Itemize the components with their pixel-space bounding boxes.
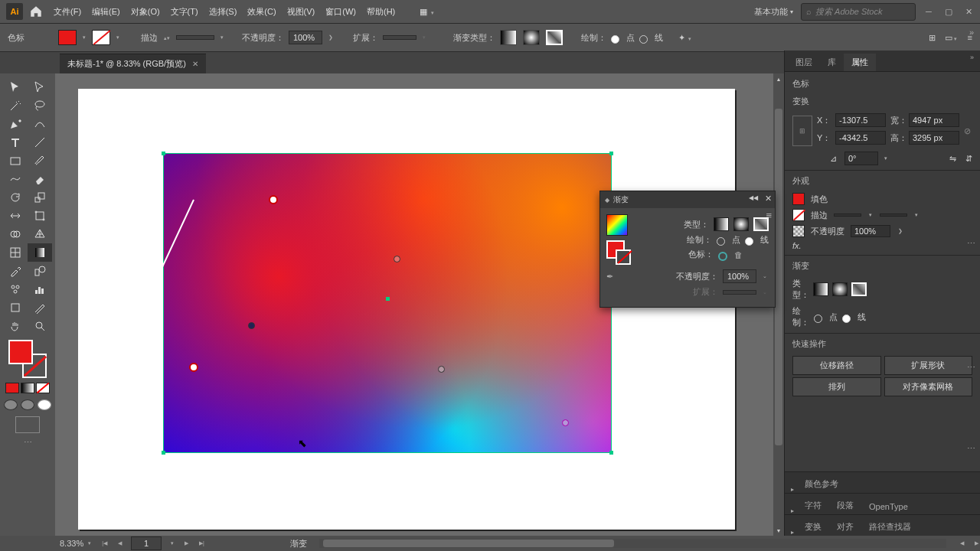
- rp-draw-line[interactable]: [842, 315, 851, 323]
- quick-expand-shape[interactable]: 扩展形状: [884, 356, 973, 375]
- menu-text[interactable]: 文字(T): [171, 6, 198, 18]
- selection-handle-br[interactable]: [609, 451, 613, 455]
- align-pixel-icon[interactable]: ⊞: [929, 33, 936, 43]
- menu-effect[interactable]: 效果(C): [247, 6, 276, 18]
- draw-normal[interactable]: [4, 399, 18, 410]
- gradient-fill-swatch[interactable]: [606, 240, 625, 259]
- tab-layers[interactable]: 图层: [788, 54, 820, 71]
- shape-builder-tool[interactable]: [3, 225, 28, 243]
- drawmode-point-radio[interactable]: [611, 35, 619, 44]
- transform-h-input[interactable]: 3295 px: [909, 131, 959, 145]
- gradient-preview[interactable]: [606, 214, 628, 236]
- flip-h-icon[interactable]: ⇋: [949, 154, 956, 164]
- tab-pathfinder[interactable]: 路径查找器: [861, 518, 919, 536]
- hand-tool[interactable]: [3, 317, 28, 335]
- tab-character[interactable]: 字符: [797, 497, 829, 514]
- fill-box[interactable]: [8, 340, 33, 364]
- tab-library[interactable]: 库: [820, 54, 844, 71]
- width-tool[interactable]: [3, 207, 28, 225]
- fp-draw-line[interactable]: [745, 237, 753, 246]
- menu-object[interactable]: 对象(O): [131, 6, 160, 18]
- home-icon[interactable]: [29, 5, 43, 18]
- fp-draw-point[interactable]: [717, 237, 725, 246]
- draw-inside[interactable]: [38, 399, 51, 410]
- zoom-level[interactable]: 8.33%: [60, 539, 83, 548]
- fill-swatch[interactable]: [58, 30, 77, 45]
- eyedropper-tool[interactable]: [3, 262, 28, 280]
- reference-point-icon[interactable]: ⊞: [792, 116, 812, 146]
- eraser-tool[interactable]: [28, 170, 52, 188]
- gradient-point-4[interactable]: [248, 322, 255, 329]
- rp-gradtype-freeform[interactable]: [851, 282, 867, 296]
- rotate-tool[interactable]: [3, 188, 28, 207]
- fx-icon[interactable]: fx.: [792, 241, 802, 250]
- recolor-icon[interactable]: ✦ ▾: [678, 33, 693, 43]
- tab-colorguide[interactable]: 颜色参考: [797, 475, 846, 493]
- gradient-stop-1[interactable]: [269, 195, 278, 204]
- appearance-opacity-swatch[interactable]: [792, 225, 805, 237]
- gradtype-freeform-button[interactable]: [546, 30, 563, 45]
- close-button[interactable]: ✕: [963, 6, 974, 17]
- menu-edit[interactable]: 编辑(E): [92, 6, 120, 18]
- gradient-panel[interactable]: ◆ 渐变 ◀◀ ✕ 类型： 绘制： 点 线 色: [599, 191, 776, 308]
- scroll-up-icon[interactable]: ▲: [773, 73, 784, 84]
- gradtype-linear-button[interactable]: [500, 30, 517, 45]
- transform-y-input[interactable]: -4342.5: [835, 131, 886, 145]
- tab-opentype[interactable]: OpenType: [861, 499, 916, 514]
- tab-transform[interactable]: 变换: [797, 518, 829, 536]
- gradient-tool[interactable]: [28, 243, 52, 262]
- color-mode-gradient[interactable]: [21, 383, 34, 393]
- hscroll-right-icon[interactable]: ▶: [975, 540, 978, 546]
- rp-gradtype-linear[interactable]: [813, 282, 828, 296]
- close-tab-icon[interactable]: ✕: [192, 60, 198, 68]
- shaper-tool[interactable]: [3, 170, 28, 188]
- minimize-button[interactable]: ─: [923, 6, 934, 17]
- symbol-tool[interactable]: [3, 280, 28, 298]
- search-stock-input[interactable]: ⌕ 搜索 Adobe Stock: [801, 3, 916, 21]
- panel-menu-icon[interactable]: ≡: [766, 210, 772, 221]
- quick-align-pixel[interactable]: 对齐像素网格: [884, 377, 973, 396]
- draw-behind[interactable]: [21, 399, 34, 410]
- panel-close-icon[interactable]: ✕: [765, 194, 772, 204]
- arrange-docs-icon[interactable]: ▦ ▾: [420, 7, 436, 17]
- scroll-down-icon[interactable]: ▼: [773, 525, 784, 536]
- opacity-input[interactable]: 100%: [289, 31, 322, 44]
- rp-draw-point[interactable]: [814, 315, 822, 323]
- artboard-nav-prev[interactable]: ◀: [118, 540, 122, 546]
- quick-arrange[interactable]: 排列: [792, 377, 881, 396]
- scale-tool[interactable]: [28, 188, 52, 207]
- gradient-more-icon[interactable]: ⋯: [967, 444, 975, 454]
- fp-stop-color[interactable]: [718, 252, 727, 261]
- appearance-stroke-swatch[interactable]: [792, 209, 805, 221]
- quick-offset-path[interactable]: 位移路径: [792, 356, 881, 375]
- horizontal-scrollbar[interactable]: [319, 539, 946, 548]
- appearance-fill-swatch[interactable]: [792, 193, 805, 205]
- drawmode-line-radio[interactable]: [639, 35, 648, 44]
- screen-mode[interactable]: [15, 416, 40, 433]
- flip-v-icon[interactable]: ⇵: [965, 154, 972, 164]
- mesh-tool[interactable]: [3, 243, 28, 262]
- appearance-stroke-weight[interactable]: [834, 214, 861, 217]
- gradient-rectangle[interactable]: ⬉: [164, 154, 611, 452]
- stroke-swatch[interactable]: [92, 30, 110, 45]
- artboard-nav-first[interactable]: |◀: [102, 540, 107, 546]
- gradtype-radial-button[interactable]: [523, 30, 540, 45]
- graph-tool[interactable]: [28, 280, 52, 298]
- scrollbar-thumb[interactable]: [775, 109, 782, 445]
- fp-delete-stop-icon[interactable]: 🗑: [734, 250, 743, 259]
- appearance-more-icon[interactable]: ⋯: [967, 363, 975, 373]
- document-tab[interactable]: 未标题-1* @ 8.33% (RGB/预览) ✕: [60, 54, 206, 73]
- free-transform-tool[interactable]: [28, 207, 52, 225]
- type-tool[interactable]: [3, 133, 28, 152]
- slice-tool[interactable]: [28, 298, 52, 317]
- artboard-number[interactable]: 1: [131, 536, 162, 550]
- gradient-stop-2[interactable]: [189, 363, 198, 372]
- transform-x-input[interactable]: -1307.5: [835, 113, 886, 127]
- appearance-opacity-input[interactable]: 100%: [851, 225, 890, 237]
- rp-gradtype-radial[interactable]: [832, 282, 848, 296]
- appearance-stroke-profile[interactable]: [880, 214, 907, 217]
- zoom-tool[interactable]: [28, 317, 52, 335]
- transform-w-input[interactable]: 4947 px: [909, 113, 959, 127]
- selection-handle-bl[interactable]: [162, 451, 165, 455]
- pen-tool[interactable]: [3, 115, 28, 133]
